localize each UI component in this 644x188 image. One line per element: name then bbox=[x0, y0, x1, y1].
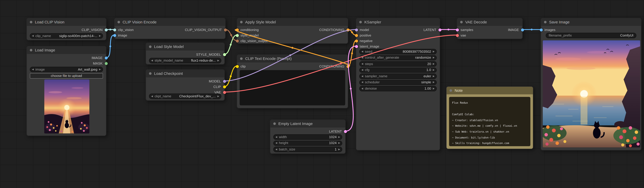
output-pin-latent[interactable] bbox=[438, 28, 441, 31]
collapse-dot-icon[interactable] bbox=[30, 49, 32, 51]
decrement-arrow-icon[interactable]: ◀ bbox=[32, 68, 34, 70]
node-title[interactable]: Load Image bbox=[27, 46, 106, 54]
ckpt-name-widget[interactable]: ◀ ckpt_name Checkpoint/Flux_dev_... ▶ bbox=[149, 93, 222, 99]
decrement-arrow-icon[interactable]: ◀ bbox=[362, 57, 363, 59]
collapse-dot-icon[interactable] bbox=[359, 21, 362, 23]
node-title[interactable]: Load CLIP Vision bbox=[27, 18, 106, 26]
node-title[interactable]: Load Style Model bbox=[146, 43, 224, 50]
output-pin-image[interactable] bbox=[521, 28, 524, 31]
increment-arrow-icon[interactable]: ▶ bbox=[99, 35, 101, 37]
increment-arrow-icon[interactable]: ▶ bbox=[433, 57, 434, 59]
output-label: CLIP_VISION_OUTPUT bbox=[185, 28, 222, 32]
node-title[interactable]: KSampler bbox=[356, 18, 440, 26]
increment-arrow-icon[interactable]: ▶ bbox=[338, 148, 340, 151]
output-label: CONDITIONING bbox=[319, 64, 344, 69]
collapse-dot-icon[interactable] bbox=[240, 21, 242, 23]
node-clip-vision-encode[interactable]: CLIP Vision Encode clip_vision image CLI… bbox=[114, 18, 226, 39]
collapse-dot-icon[interactable] bbox=[240, 57, 242, 60]
node-title[interactable]: CLIP Vision Encode bbox=[114, 18, 225, 26]
node-load-style-model[interactable]: Load Style Model STYLE_MODEL ◀ style_mod… bbox=[146, 42, 225, 65]
node-title[interactable]: Save Image bbox=[541, 18, 641, 26]
decrement-arrow-icon[interactable]: ◀ bbox=[151, 59, 153, 62]
decrement-arrow-icon[interactable]: ◀ bbox=[362, 81, 363, 83]
decrement-arrow-icon[interactable]: ◀ bbox=[151, 95, 153, 97]
decrement-arrow-icon[interactable]: ◀ bbox=[362, 87, 363, 90]
collapse-dot-icon[interactable] bbox=[30, 21, 32, 23]
style-model-name-widget[interactable]: ◀ style_model_name flux1-redux-de... ▶ bbox=[149, 58, 222, 63]
node-save-image[interactable]: Save Image images filename_prefix ComfyU… bbox=[540, 18, 642, 151]
output-pin-style-model[interactable] bbox=[223, 53, 226, 56]
node-load-checkpoint[interactable]: Load Checkpoint MODEL CLIP VAE ◀ ckpt_na… bbox=[146, 69, 225, 101]
note-text-area[interactable]: Flux Redux ComfyUI Colab: ~ Creator: sta… bbox=[449, 97, 530, 146]
sampler-name-widget[interactable]: ◀ sampler_name euler ▶ bbox=[359, 74, 437, 79]
note-line: ComfyUI Colab: bbox=[452, 111, 528, 117]
increment-arrow-icon[interactable]: ▶ bbox=[433, 81, 434, 83]
node-title[interactable]: CLIP Text Encode (Prompt) bbox=[237, 55, 348, 62]
increment-arrow-icon[interactable]: ▶ bbox=[218, 59, 219, 62]
output-pin-clip-vision-output[interactable] bbox=[224, 28, 227, 31]
decrement-arrow-icon[interactable]: ◀ bbox=[362, 50, 363, 53]
clip-name-widget[interactable]: ◀ clip_name siglip-so400m-patch14-... ▶ bbox=[30, 33, 103, 38]
increment-arrow-icon[interactable]: ▶ bbox=[433, 69, 434, 71]
decrement-arrow-icon[interactable]: ◀ bbox=[275, 148, 277, 151]
node-title[interactable]: Empty Latent Image bbox=[270, 120, 345, 127]
increment-arrow-icon[interactable]: ▶ bbox=[433, 75, 434, 77]
output-pin-conditioning[interactable] bbox=[346, 28, 349, 31]
increment-arrow-icon[interactable]: ▶ bbox=[338, 136, 340, 138]
denoise-widget[interactable]: ◀ denoise 1.00 ▶ bbox=[359, 86, 437, 91]
output-pin-vae[interactable] bbox=[223, 91, 226, 94]
width-widget[interactable]: ◀ width 1024 ▶ bbox=[273, 134, 342, 140]
filename-prefix-widget[interactable]: filename_prefix ComfyUI bbox=[546, 33, 636, 38]
decrement-arrow-icon[interactable]: ◀ bbox=[362, 75, 363, 77]
widget-value: 1024 bbox=[329, 135, 337, 139]
output-pin-clip-vision[interactable] bbox=[104, 28, 108, 31]
node-title[interactable]: VAE Decode bbox=[457, 18, 522, 26]
node-title[interactable]: Note bbox=[446, 87, 533, 94]
collapse-dot-icon[interactable] bbox=[149, 72, 152, 75]
node-apply-style-model[interactable]: Apply Style Model conditioning style_mod… bbox=[236, 18, 348, 44]
decrement-arrow-icon[interactable]: ◀ bbox=[275, 142, 277, 144]
decrement-arrow-icon[interactable]: ◀ bbox=[362, 63, 363, 65]
increment-arrow-icon[interactable]: ▶ bbox=[99, 68, 101, 70]
control-after-generate-widget[interactable]: ◀ control_after_generate randomize ▶ bbox=[359, 55, 437, 60]
collapse-dot-icon[interactable] bbox=[449, 89, 452, 92]
increment-arrow-icon[interactable]: ▶ bbox=[338, 142, 340, 144]
decrement-arrow-icon[interactable]: ◀ bbox=[362, 69, 363, 71]
increment-arrow-icon[interactable]: ▶ bbox=[433, 63, 434, 65]
node-ksampler[interactable]: KSampler model positive negative latent_… bbox=[356, 18, 440, 151]
output-pin-image[interactable] bbox=[104, 57, 108, 59]
prompt-textarea[interactable] bbox=[240, 70, 345, 105]
node-empty-latent-image[interactable]: Empty Latent Image LATENT ◀ width 1024 ▶… bbox=[270, 119, 346, 154]
increment-arrow-icon[interactable]: ▶ bbox=[433, 50, 434, 53]
choose-file-button[interactable]: choose file to upload bbox=[30, 73, 103, 78]
output-pin-latent[interactable] bbox=[344, 130, 347, 133]
decrement-arrow-icon[interactable]: ◀ bbox=[32, 35, 34, 37]
node-title[interactable]: Apply Style Model bbox=[237, 18, 348, 26]
height-widget[interactable]: ◀ height 1024 ▶ bbox=[273, 140, 342, 146]
output-pin-conditioning[interactable] bbox=[346, 65, 349, 68]
batch-size-widget[interactable]: ◀ batch_size 1 ▶ bbox=[273, 147, 342, 152]
collapse-dot-icon[interactable] bbox=[544, 21, 546, 23]
node-title[interactable]: Load Checkpoint bbox=[146, 70, 224, 77]
collapse-dot-icon[interactable] bbox=[149, 45, 152, 48]
seed-widget[interactable]: ◀ seed 800893977503502 ▶ bbox=[359, 49, 437, 54]
collapse-dot-icon[interactable] bbox=[117, 21, 120, 23]
collapse-dot-icon[interactable] bbox=[460, 21, 463, 23]
decrement-arrow-icon[interactable]: ◀ bbox=[275, 136, 277, 138]
collapse-dot-icon[interactable] bbox=[273, 122, 276, 125]
increment-arrow-icon[interactable]: ▶ bbox=[433, 87, 434, 90]
output-pin-clip[interactable] bbox=[223, 85, 226, 88]
scheduler-widget[interactable]: ◀ scheduler simple ▶ bbox=[359, 80, 437, 85]
node-load-clip-vision[interactable]: Load CLIP Vision CLIP_VISION ◀ clip_name… bbox=[26, 18, 106, 40]
node-load-image[interactable]: Load Image IMAGE MASK ◀ image Art_wall.j… bbox=[26, 46, 106, 136]
cfg-widget[interactable]: ◀ cfg 1.0 ▶ bbox=[359, 67, 437, 73]
node-note[interactable]: Note Flux Redux ComfyUI Colab: ~ Creator… bbox=[446, 86, 533, 149]
output-pin-model[interactable] bbox=[223, 80, 226, 83]
node-clip-text-encode[interactable]: CLIP Text Encode (Prompt) clip CONDITION… bbox=[236, 54, 348, 108]
node-vae-decode[interactable]: VAE Decode samples vae IMAGE bbox=[457, 18, 523, 39]
comfyui-canvas[interactable]: Load CLIP Vision CLIP_VISION ◀ clip_name… bbox=[0, 0, 644, 188]
increment-arrow-icon[interactable]: ▶ bbox=[218, 95, 219, 97]
image-file-widget[interactable]: ◀ image Art_wall.jpeg ▶ bbox=[30, 67, 103, 72]
steps-widget[interactable]: ◀ steps 20 ▶ bbox=[359, 61, 437, 66]
output-pin-mask[interactable] bbox=[104, 62, 108, 65]
